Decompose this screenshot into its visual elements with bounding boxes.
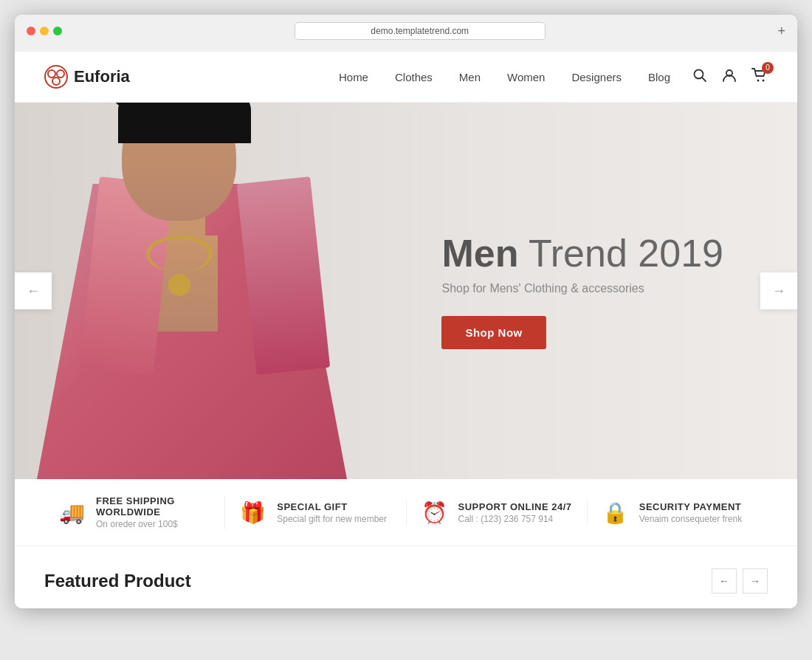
shipping-icon: 🚚	[59, 501, 86, 525]
nav-item-blog[interactable]: Blog	[648, 71, 670, 83]
nav-item-men[interactable]: Men	[459, 71, 481, 83]
slider-next-button[interactable]: →	[760, 272, 797, 309]
feature-item-support: ⏰ SUPPORT ONLINE 24/7 Call : (123) 236 7…	[407, 501, 588, 525]
svg-point-1	[48, 70, 55, 78]
hero-title-bold: Men	[441, 232, 518, 275]
nav-item-designers[interactable]: Designers	[571, 71, 622, 83]
shop-now-button[interactable]: Shop Now	[441, 316, 546, 349]
hero-figure	[15, 103, 384, 479]
hero-title: Men Trend 2019	[441, 233, 723, 275]
featured-section: Featured Product ← →	[15, 546, 797, 608]
svg-point-8	[763, 79, 765, 81]
hero-title-rest: Trend 2019	[518, 232, 723, 275]
featured-prev-button[interactable]: ←	[712, 568, 737, 594]
browser-tabs	[27, 46, 785, 52]
security-icon: 🔒	[602, 501, 629, 525]
svg-line-5	[702, 78, 706, 81]
feature-item-gift: 🎁 SPECIAL GIFT Special gift for new memb…	[225, 501, 406, 525]
nav-item-home[interactable]: Home	[339, 71, 368, 83]
browser-top-bar: demo.templatetrend.com +	[27, 22, 785, 40]
next-arrow-icon: →	[772, 283, 785, 299]
nav-item-women[interactable]: Women	[507, 71, 545, 83]
feature-text-gift: SPECIAL GIFT Special gift for new member	[277, 501, 387, 524]
pendant	[168, 274, 190, 296]
cart-icon[interactable]: 0	[751, 68, 768, 86]
gift-icon: 🎁	[240, 501, 266, 525]
logo-icon	[44, 65, 68, 89]
feature-item-security: 🔒 SECURITY PAYMENT Venaim consequeter fr…	[588, 501, 768, 525]
featured-product-title: Featured Product	[44, 571, 191, 591]
address-input[interactable]: demo.templatetrend.com	[295, 22, 546, 40]
feature-desc-shipping: On oreder over 100$	[96, 519, 210, 529]
slider-prev-button[interactable]: ←	[15, 272, 52, 309]
feature-desc-support: Call : (123) 236 757 914	[458, 514, 572, 524]
feature-text-support: SUPPORT ONLINE 24/7 Call : (123) 236 757…	[458, 501, 572, 524]
svg-point-3	[52, 78, 60, 85]
dot-red[interactable]	[27, 27, 35, 35]
hero-content: Men Trend 2019 Shop for Mens' Clothing &…	[441, 233, 723, 349]
necklace	[146, 236, 213, 272]
feature-desc-gift: Special gift for new member	[277, 514, 387, 524]
logo[interactable]: Euforia	[44, 65, 130, 89]
feature-text-security: SECURITY PAYMENT Venaim consequeter fren…	[639, 501, 742, 524]
feature-text-shipping: FREE SHIPPING WORLDWIDE On oreder over 1…	[96, 495, 210, 529]
logo-text: Euforia	[74, 67, 130, 86]
nav-item-clothes[interactable]: Clothes	[395, 71, 433, 83]
featured-next-button[interactable]: →	[743, 568, 768, 594]
man-body	[37, 110, 347, 479]
site-content: Euforia Home Clothes Men Women Designers…	[15, 52, 797, 608]
header-icons: 0	[692, 68, 768, 86]
address-bar-container: demo.templatetrend.com	[69, 22, 770, 40]
svg-point-2	[57, 70, 64, 78]
feature-desc-security: Venaim consequeter frenk	[639, 514, 742, 524]
featured-nav: ← →	[712, 568, 768, 594]
site-nav: Home Clothes Men Women Designers Blog	[339, 71, 670, 83]
dot-green[interactable]	[53, 27, 62, 35]
browser-chrome: demo.templatetrend.com +	[15, 15, 797, 52]
feature-title-support: SUPPORT ONLINE 24/7	[458, 501, 572, 512]
cart-badge: 0	[762, 62, 774, 74]
dot-yellow[interactable]	[40, 27, 49, 35]
hero-section: ← Men Trend 2019 Shop for Mens' Clothing…	[15, 103, 797, 479]
site-header: Euforia Home Clothes Men Women Designers…	[15, 52, 797, 103]
search-icon[interactable]	[692, 68, 707, 86]
support-icon: ⏰	[422, 501, 448, 525]
browser-dots	[27, 27, 62, 35]
feature-title-security: SECURITY PAYMENT	[639, 501, 742, 512]
feature-title-gift: SPECIAL GIFT	[277, 501, 387, 512]
svg-point-7	[757, 79, 760, 81]
hero-subtitle: Shop for Mens' Clothing & accessories	[441, 282, 723, 295]
new-tab-button[interactable]: +	[777, 24, 785, 39]
feature-item-shipping: 🚚 FREE SHIPPING WORLDWIDE On oreder over…	[44, 495, 225, 529]
browser-window: demo.templatetrend.com + Euforia Home Cl…	[15, 15, 797, 608]
features-strip: 🚚 FREE SHIPPING WORLDWIDE On oreder over…	[15, 479, 797, 546]
prev-arrow-icon: ←	[27, 283, 40, 299]
user-icon[interactable]	[722, 68, 737, 86]
feature-title-shipping: FREE SHIPPING WORLDWIDE	[96, 495, 210, 518]
